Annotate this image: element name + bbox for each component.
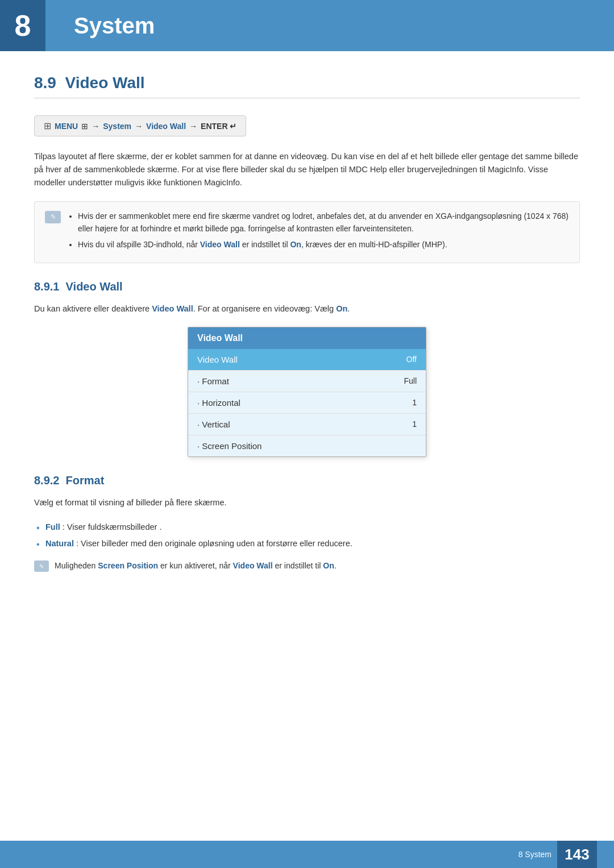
vw-row-vertical[interactable]: · Vertical 1	[188, 414, 426, 435]
vw-row-videowall[interactable]: Video Wall Off	[188, 349, 426, 371]
note-item-2: Hvis du vil afspille 3D-indhold, når Vid…	[78, 238, 569, 251]
bullet-natural: Natural : Viser billeder med den origina…	[34, 537, 580, 550]
vw-row-videowall-value: Off	[406, 355, 417, 364]
section-title: 8.9 Video Wall	[34, 74, 580, 98]
footer-chapter-label: 8 System	[518, 850, 551, 859]
videowall-label: Video Wall	[146, 122, 186, 131]
small-note-icon: ✎	[34, 560, 49, 572]
note-item-1: Hvis der er sammenkoblet mere end fire s…	[78, 210, 569, 235]
separator2: →	[135, 122, 143, 131]
vw-row-horizontal-label: · Horizontal	[197, 398, 240, 408]
vw-row-videowall-label: Video Wall	[197, 355, 238, 364]
vw-row-horizontal[interactable]: · Horizontal 1	[188, 392, 426, 414]
vw-row-format-label: · Format	[197, 376, 229, 386]
separator3: →	[189, 122, 197, 131]
menu-label: MENU	[55, 122, 78, 131]
menu-path: ⊞ MENU ⊞ → System → Video Wall → ENTER ↵	[34, 115, 246, 136]
subsection-892-title: 8.9.2 Format	[34, 474, 580, 487]
note-icon: ✎	[45, 211, 61, 223]
vw-menu-header: Video Wall	[188, 327, 426, 349]
vw-row-screenposition[interactable]: · Screen Position	[188, 435, 426, 456]
video-wall-menu: Video Wall Video Wall Off · Format Full …	[188, 327, 426, 457]
small-note-text: Muligheden Screen Position er kun aktive…	[55, 559, 337, 572]
vw-row-screenposition-label: · Screen Position	[197, 441, 262, 451]
chapter-title: System	[74, 13, 155, 39]
format-bullet-list: Full : Viser fuldskærmsbilleder . Natura…	[34, 521, 580, 550]
screen-position-note: ✎ Muligheden Screen Position er kun akti…	[34, 559, 580, 572]
bullet-full: Full : Viser fuldskærmsbilleder .	[34, 521, 580, 534]
menu-icon: ⊞	[44, 121, 51, 131]
footer-page-number: 143	[557, 841, 597, 868]
separator1: →	[92, 122, 99, 131]
chapter-header: 8 System	[0, 0, 614, 51]
grid-icon: ⊞	[81, 122, 88, 131]
page-footer: 8 System 143	[0, 841, 614, 868]
subsection-891-title: 8.9.1 Video Wall	[34, 280, 580, 293]
system-label: System	[103, 122, 131, 131]
intro-text: Tilpas layoutet af flere skærme, der er …	[34, 150, 580, 190]
vw-row-vertical-value: 1	[412, 420, 417, 429]
notes-box: ✎ Hvis der er sammenkoblet mere end fire…	[34, 201, 580, 263]
vw-row-vertical-label: · Vertical	[197, 420, 230, 429]
vw-row-horizontal-value: 1	[412, 398, 417, 407]
subsection-892-desc: Vælg et format til visning af billeder p…	[34, 496, 580, 509]
enter-label: ENTER ↵	[201, 122, 237, 131]
note-content: Hvis der er sammenkoblet mere end fire s…	[68, 210, 569, 255]
main-content: 8.9 Video Wall ⊞ MENU ⊞ → System → Video…	[0, 51, 614, 618]
vw-row-format[interactable]: · Format Full	[188, 371, 426, 392]
chapter-number: 8	[0, 0, 45, 51]
subsection-891-desc: Du kan aktivere eller deaktivere Video W…	[34, 302, 580, 315]
vw-row-format-value: Full	[404, 376, 417, 385]
